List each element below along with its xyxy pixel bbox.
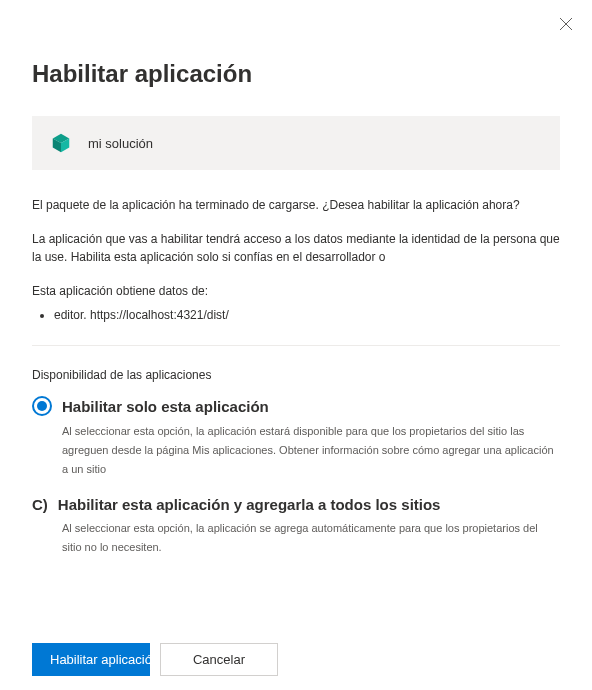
- data-source-item: editor. https://localhost:4321/dist/: [54, 306, 560, 325]
- cancel-button[interactable]: Cancelar: [160, 643, 278, 676]
- data-source-list: editor. https://localhost:4321/dist/: [32, 306, 560, 325]
- option-enable-all-desc: Al seleccionar esta opción, la aplicació…: [62, 519, 560, 556]
- option-enable-all-prefix: C): [32, 496, 48, 513]
- divider: [32, 345, 560, 346]
- option-enable-only-desc: Al seleccionar esta opción, la aplicació…: [62, 422, 560, 478]
- radio-enable-only[interactable]: [32, 396, 52, 416]
- cube-icon: [50, 132, 72, 154]
- enable-app-button[interactable]: Habilitar aplicación: [32, 643, 150, 676]
- option-enable-all-title: Habilitar esta aplicación y agregarla a …: [58, 496, 441, 513]
- close-icon: [559, 17, 573, 31]
- close-button[interactable]: [558, 16, 574, 32]
- app-banner: mi solución: [32, 116, 560, 170]
- data-from-label: Esta aplicación obtiene datos de:: [32, 282, 560, 300]
- app-name: mi solución: [88, 136, 153, 151]
- dialog-title: Habilitar aplicación: [32, 60, 560, 88]
- option-enable-only-title: Habilitar solo esta aplicación: [62, 398, 269, 415]
- option-enable-only[interactable]: Habilitar solo esta aplicación Al selecc…: [32, 396, 560, 478]
- radio-checked-icon: [37, 401, 47, 411]
- option-enable-all[interactable]: C) Habilitar esta aplicación y agregarla…: [32, 496, 560, 556]
- availability-label: Disponibilidad de las aplicaciones: [32, 368, 560, 382]
- intro-text: El paquete de la aplicación ha terminado…: [32, 196, 560, 214]
- access-note: La aplicación que vas a habilitar tendrá…: [32, 230, 560, 266]
- dialog-footer: Habilitar aplicación Cancelar: [32, 643, 278, 676]
- enable-app-dialog: Habilitar aplicación mi solución El paqu…: [0, 0, 592, 557]
